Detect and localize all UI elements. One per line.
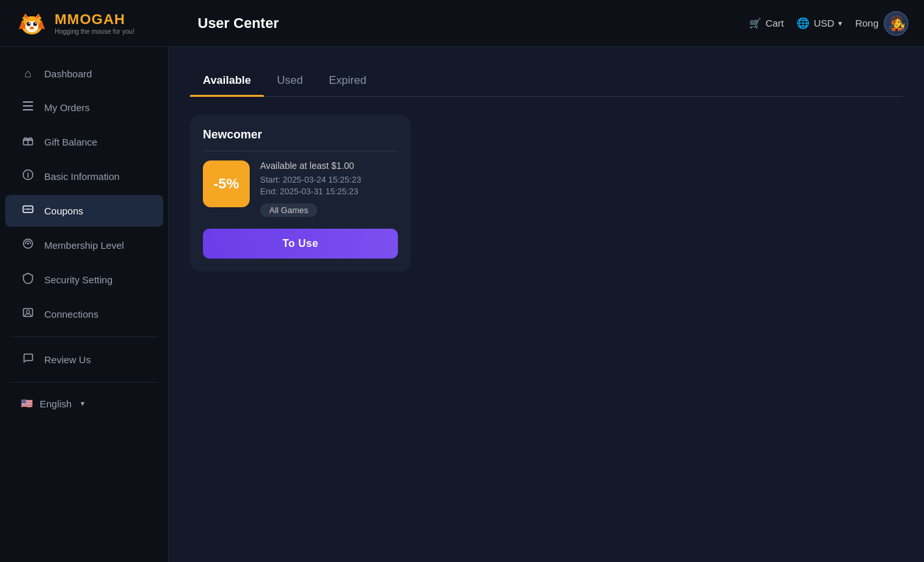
- sidebar-label-connections: Connections: [44, 309, 98, 320]
- svg-point-4: [27, 22, 31, 26]
- review-icon: [21, 352, 35, 367]
- security-icon: [21, 272, 35, 287]
- lang-label: English: [40, 398, 72, 409]
- sidebar-label-my-orders: My Orders: [44, 102, 90, 113]
- sidebar-label-coupons: Coupons: [44, 205, 83, 216]
- svg-point-20: [31, 209, 32, 210]
- svg-point-24: [27, 311, 30, 314]
- coupon-start-date: Start: 2025-03-24 15:25:23: [260, 175, 398, 185]
- svg-point-19: [25, 209, 26, 210]
- currency-label: USD: [813, 18, 834, 29]
- globe-icon: 🌐: [797, 17, 810, 29]
- coupon-min-amount: Available at least $1.00: [260, 160, 398, 171]
- home-icon: ⌂: [21, 67, 35, 81]
- svg-point-7: [35, 23, 36, 24]
- svg-point-6: [29, 23, 30, 24]
- orders-icon: [21, 100, 35, 115]
- currency-selector[interactable]: 🌐 USD ▾: [797, 17, 842, 29]
- chevron-down-icon: ▾: [838, 19, 842, 28]
- sidebar-item-basic-information[interactable]: Basic Information: [5, 160, 163, 192]
- coupon-end-date: End: 2025-03-31 15:25:23: [260, 186, 398, 196]
- sidebar-label-membership: Membership Level: [44, 240, 124, 251]
- svg-rect-13: [23, 101, 33, 103]
- sidebar: ⌂ Dashboard My Orders: [0, 47, 169, 562]
- layout: ⌂ Dashboard My Orders: [0, 47, 924, 562]
- coupon-details: Available at least $1.00 Start: 2025-03-…: [260, 160, 398, 217]
- svg-rect-14: [23, 105, 33, 107]
- user-menu[interactable]: Rong 🧑‍🎤: [855, 11, 908, 36]
- lang-chevron-icon: ▾: [81, 399, 85, 408]
- sidebar-item-gift-balance[interactable]: Gift Balance: [5, 126, 163, 158]
- connections-icon: [21, 307, 35, 322]
- sidebar-label-security: Security Setting: [44, 274, 112, 285]
- header: MMOGAH Hogging the mouse for you! User C…: [0, 0, 924, 47]
- sidebar-item-membership-level[interactable]: Membership Level: [5, 229, 163, 261]
- coupon-game-tag: All Games: [260, 203, 317, 217]
- avatar: 🧑‍🎤: [884, 11, 908, 36]
- cart-icon: 🛒: [749, 18, 761, 29]
- page-title: User Center: [185, 15, 749, 32]
- sidebar-item-coupons[interactable]: Coupons: [5, 195, 163, 227]
- info-icon: [21, 169, 35, 184]
- svg-rect-15: [23, 109, 33, 110]
- tab-expired[interactable]: Expired: [316, 68, 380, 96]
- coupon-badge: -5%: [203, 160, 250, 207]
- logo-name: MMOGAH: [55, 11, 135, 28]
- header-right: 🛒 Cart 🌐 USD ▾ Rong 🧑‍🎤: [749, 11, 908, 36]
- svg-point-22: [27, 243, 29, 245]
- coupon-body: -5% Available at least $1.00 Start: 2025…: [203, 160, 398, 217]
- main-content: Available Used Expired Newcomer -5% Avai…: [169, 47, 924, 562]
- sidebar-item-review-us[interactable]: Review Us: [5, 344, 163, 376]
- logo-text: MMOGAH Hogging the mouse for you!: [55, 11, 135, 35]
- cart-button[interactable]: 🛒 Cart: [749, 18, 784, 29]
- sidebar-item-my-orders[interactable]: My Orders: [5, 92, 163, 123]
- gift-icon: [21, 134, 35, 149]
- logo-tagline: Hogging the mouse for you!: [55, 28, 135, 35]
- sidebar-label-dashboard: Dashboard: [44, 68, 92, 79]
- tab-available[interactable]: Available: [190, 68, 264, 96]
- tabs: Available Used Expired: [190, 68, 903, 97]
- sidebar-item-connections[interactable]: Connections: [5, 298, 163, 330]
- logo-area: MMOGAH Hogging the mouse for you!: [16, 7, 185, 40]
- logo-icon: [16, 7, 48, 40]
- svg-point-5: [33, 22, 37, 26]
- coupon-use-button[interactable]: To Use: [203, 229, 398, 259]
- flag-icon: 🇺🇸: [21, 398, 33, 409]
- sidebar-item-dashboard[interactable]: ⌂ Dashboard: [5, 58, 163, 89]
- coupons-icon: [21, 203, 35, 218]
- sidebar-label-review: Review Us: [44, 354, 91, 365]
- membership-icon: [21, 238, 35, 253]
- sidebar-divider: [10, 337, 158, 337]
- coupon-title: Newcomer: [203, 128, 398, 151]
- cart-label: Cart: [765, 18, 784, 29]
- sidebar-label-gift-balance: Gift Balance: [44, 136, 98, 147]
- coupon-card: Newcomer -5% Available at least $1.00 St…: [190, 115, 411, 272]
- language-selector[interactable]: 🇺🇸 English ▾: [5, 389, 163, 418]
- username: Rong: [855, 18, 878, 29]
- sidebar-item-security-setting[interactable]: Security Setting: [5, 264, 163, 296]
- svg-point-8: [30, 27, 34, 29]
- sidebar-divider-2: [10, 382, 158, 383]
- sidebar-label-basic-info: Basic Information: [44, 171, 120, 182]
- tab-used[interactable]: Used: [264, 68, 316, 96]
